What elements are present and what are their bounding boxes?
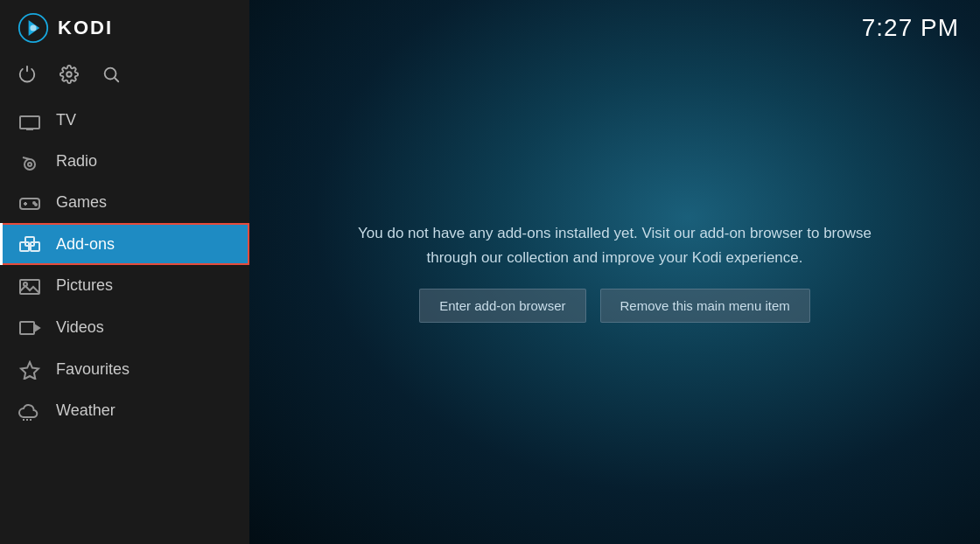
svg-rect-21 bbox=[20, 322, 34, 334]
svg-rect-19 bbox=[20, 280, 39, 294]
sidebar-item-games[interactable]: Games bbox=[0, 182, 249, 223]
svg-marker-23 bbox=[21, 362, 38, 380]
action-buttons: Enter add-on browser Remove this main me… bbox=[419, 289, 810, 323]
favourites-icon bbox=[18, 359, 42, 380]
svg-point-10 bbox=[28, 163, 32, 166]
radio-icon bbox=[18, 151, 42, 171]
sidebar: KODI bbox=[0, 0, 249, 544]
svg-point-4 bbox=[105, 68, 116, 80]
sidebar-item-videos[interactable]: Videos bbox=[0, 307, 249, 349]
svg-marker-22 bbox=[34, 324, 39, 331]
sidebar-item-addons-label: Add-ons bbox=[56, 235, 115, 254]
sidebar-item-addons[interactable]: Add-ons bbox=[0, 223, 249, 265]
time-display: 7:27 PM bbox=[862, 14, 959, 42]
sidebar-item-pictures[interactable]: Pictures bbox=[0, 265, 249, 307]
sidebar-top-icons bbox=[0, 56, 249, 100]
pictures-icon bbox=[18, 275, 42, 296]
sidebar-item-videos-label: Videos bbox=[56, 318, 104, 337]
svg-point-9 bbox=[24, 159, 35, 170]
tv-icon bbox=[18, 110, 42, 130]
svg-point-2 bbox=[30, 24, 36, 31]
games-icon bbox=[18, 192, 42, 213]
sidebar-item-favourites-label: Favourites bbox=[56, 360, 130, 379]
info-message: You do not have any add-ons installed ye… bbox=[353, 221, 878, 269]
weather-icon bbox=[18, 401, 42, 422]
enter-addon-browser-button[interactable]: Enter add-on browser bbox=[419, 289, 585, 323]
sidebar-item-weather[interactable]: Weather bbox=[0, 390, 249, 432]
addons-icon bbox=[18, 234, 42, 255]
power-icon[interactable] bbox=[18, 65, 37, 84]
search-icon[interactable] bbox=[102, 65, 121, 84]
remove-menu-item-button[interactable]: Remove this main menu item bbox=[600, 289, 810, 323]
sidebar-item-weather-label: Weather bbox=[56, 401, 116, 420]
sidebar-item-radio-label: Radio bbox=[56, 152, 97, 171]
sidebar-item-favourites[interactable]: Favourites bbox=[0, 348, 249, 390]
svg-rect-6 bbox=[20, 116, 39, 129]
app-title: KODI bbox=[58, 17, 113, 39]
videos-icon bbox=[18, 317, 42, 338]
main-navigation: TV Radio bbox=[0, 100, 249, 544]
content-area: You do not have any add-ons installed ye… bbox=[335, 204, 895, 339]
sidebar-item-radio[interactable]: Radio bbox=[0, 141, 249, 182]
svg-line-5 bbox=[115, 79, 118, 82]
app-header: KODI bbox=[0, 0, 249, 56]
sidebar-item-games-label: Games bbox=[56, 193, 107, 212]
sidebar-item-tv[interactable]: TV bbox=[0, 100, 249, 141]
sidebar-item-tv-label: TV bbox=[56, 111, 76, 129]
main-content: 7:27 PM You do not have any add-ons inst… bbox=[249, 0, 980, 544]
svg-point-3 bbox=[66, 73, 72, 78]
svg-point-15 bbox=[35, 204, 37, 206]
sidebar-item-pictures-label: Pictures bbox=[56, 276, 113, 295]
kodi-logo-icon bbox=[18, 12, 49, 44]
settings-icon[interactable] bbox=[60, 65, 79, 84]
